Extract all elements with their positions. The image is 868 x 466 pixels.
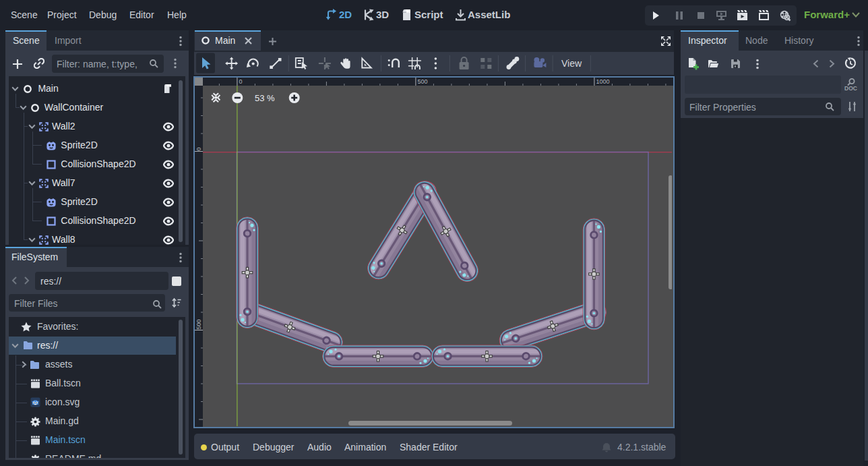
svg-text:0: 0 bbox=[239, 78, 242, 85]
svg-text:500: 500 bbox=[195, 319, 202, 329]
svg-text:500: 500 bbox=[417, 78, 427, 85]
svg-text:1000: 1000 bbox=[596, 78, 609, 85]
svg-text:DOC: DOC bbox=[844, 85, 857, 92]
svg-text:0: 0 bbox=[195, 147, 202, 150]
